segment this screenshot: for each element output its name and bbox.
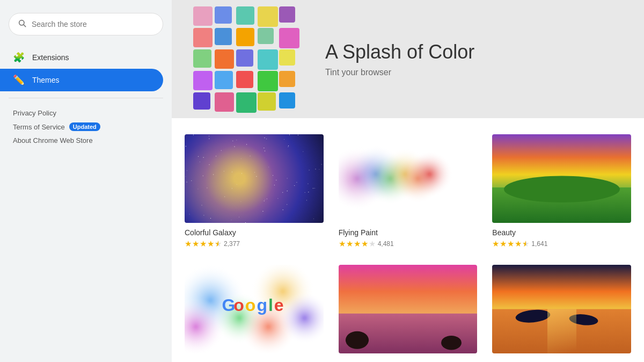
- color-cell: [279, 6, 295, 23]
- brush-icon: ✏️: [13, 74, 25, 86]
- theme-card[interactable]: Beauty★★★★★★1,641: [485, 129, 639, 259]
- color-cell: [215, 71, 233, 89]
- theme-image: [185, 265, 324, 353]
- themes-grid: Colorful Galaxy★★★★★★2,377Flying Paint★★…: [172, 118, 644, 362]
- theme-card[interactable]: [331, 259, 485, 362]
- theme-card[interactable]: [177, 259, 331, 362]
- hero-title: A Splash of Color: [325, 41, 474, 63]
- about-link[interactable]: About Chrome Web Store: [13, 136, 159, 144]
- theme-name: Colorful Galaxy: [185, 228, 324, 237]
- color-cell: [215, 49, 234, 69]
- sidebar: 🧩 Extensions ✏️ Themes Privacy Policy Te…: [0, 0, 172, 362]
- color-cell: [258, 71, 278, 91]
- theme-image: [492, 265, 631, 353]
- star: ★: [354, 239, 361, 249]
- updated-badge: Updated: [69, 122, 100, 131]
- theme-thumbnail: [185, 134, 324, 223]
- star: ★: [507, 239, 514, 249]
- color-cell: [236, 28, 254, 46]
- color-cell: [215, 28, 232, 45]
- theme-thumbnail: [339, 265, 478, 353]
- star: ★: [361, 239, 368, 249]
- star: ★: [346, 239, 353, 249]
- theme-name: Flying Paint: [339, 228, 478, 237]
- star-rating: ★★★★★★: [492, 239, 529, 249]
- sidebar-item-themes[interactable]: ✏️ Themes: [0, 69, 163, 91]
- star: ★: [492, 239, 499, 249]
- theme-rating: ★★★★★★2,377: [185, 239, 324, 249]
- star: ★★: [522, 239, 529, 249]
- themes-label: Themes: [32, 76, 60, 84]
- theme-image: [185, 134, 324, 223]
- color-cell: [279, 28, 299, 48]
- theme-thumbnail: [492, 134, 631, 223]
- color-cell: [258, 6, 278, 27]
- main-content: A Splash of Color Tint your browser Colo…: [172, 0, 644, 362]
- star: ★: [369, 239, 376, 249]
- color-cell: [193, 28, 213, 47]
- theme-rating: ★★★★★4,481: [339, 239, 478, 249]
- footer-links: Privacy Policy Terms of Service Updated …: [0, 105, 172, 149]
- star: ★: [185, 239, 192, 249]
- color-cell: [193, 6, 213, 26]
- star-rating: ★★★★★: [339, 239, 376, 249]
- theme-thumbnail: [185, 265, 324, 353]
- color-cell: [279, 71, 295, 87]
- color-cell: [258, 92, 276, 111]
- extensions-label: Extensions: [32, 53, 69, 62]
- review-count: 1,641: [531, 240, 547, 248]
- color-cell: [236, 71, 253, 88]
- hero-banner: A Splash of Color Tint your browser: [172, 0, 644, 118]
- theme-thumbnail: [492, 265, 631, 353]
- theme-image: [492, 134, 631, 223]
- color-cell: [193, 71, 213, 90]
- review-count: 4,481: [378, 240, 394, 248]
- star-rating: ★★★★★★: [185, 239, 222, 249]
- search-input[interactable]: [32, 20, 154, 28]
- color-cell: [193, 92, 210, 110]
- privacy-link[interactable]: Privacy Policy: [13, 109, 159, 117]
- star: ★: [515, 239, 522, 249]
- theme-card[interactable]: Flying Paint★★★★★4,481: [331, 129, 485, 259]
- hero-color-grid: [193, 6, 298, 112]
- star: ★: [339, 239, 346, 249]
- color-cell: [236, 6, 254, 25]
- color-cell: [258, 49, 278, 70]
- review-count: 2,377: [224, 240, 240, 248]
- theme-thumbnail: [339, 134, 478, 223]
- color-cell: [279, 49, 295, 66]
- nav-divider: [9, 98, 163, 98]
- tos-link[interactable]: Terms of Service Updated: [13, 122, 159, 131]
- color-cell: [258, 28, 274, 44]
- color-cell: [279, 92, 295, 108]
- svg-line-1: [24, 25, 26, 27]
- hero-subtitle: Tint your browser: [325, 68, 474, 77]
- star: ★: [200, 239, 207, 249]
- star: ★: [500, 239, 507, 249]
- color-cell: [193, 49, 211, 68]
- hero-text: A Splash of Color Tint your browser: [325, 41, 474, 77]
- star: ★: [192, 239, 199, 249]
- color-cell: [236, 92, 257, 113]
- theme-rating: ★★★★★★1,641: [492, 239, 631, 249]
- theme-image: [339, 265, 478, 353]
- theme-card[interactable]: Colorful Galaxy★★★★★★2,377: [177, 129, 331, 259]
- color-cell: [215, 92, 234, 112]
- search-icon: [18, 19, 26, 30]
- color-cell: [236, 49, 253, 67]
- sidebar-item-extensions[interactable]: 🧩 Extensions: [0, 46, 163, 69]
- search-bar[interactable]: [9, 13, 163, 35]
- color-cell: [215, 6, 232, 24]
- theme-card[interactable]: [485, 259, 639, 362]
- theme-name: Beauty: [492, 228, 631, 237]
- puzzle-icon: 🧩: [13, 52, 25, 63]
- star: ★: [207, 239, 214, 249]
- theme-image: [339, 134, 478, 223]
- star: ★★: [215, 239, 222, 249]
